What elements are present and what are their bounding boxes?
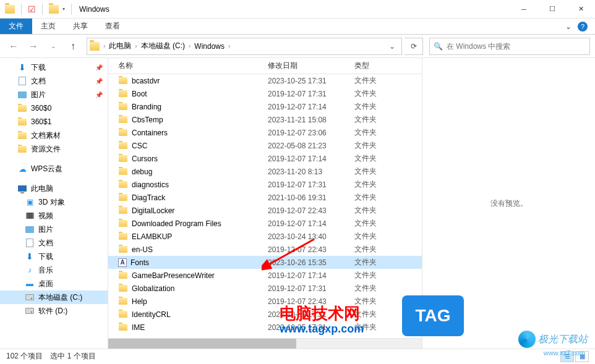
icons-view-button[interactable]: ▦	[575, 351, 589, 362]
file-date: 2019-12-07 22:43	[268, 206, 354, 215]
crumb-windows[interactable]: Windows	[192, 42, 227, 51]
nav-pc-item[interactable]: ▣3D 对象	[0, 195, 108, 209]
file-date: 2019-12-07 22:43	[268, 245, 354, 254]
nav-pc-item[interactable]: ▬桌面	[0, 277, 108, 290]
nav-label: 3D 对象	[38, 197, 65, 208]
forward-button[interactable]: →	[25, 38, 42, 55]
nav-quick-item[interactable]: 资源文件	[0, 142, 108, 156]
file-row[interactable]: Boot2019-12-07 17:31文件夹	[108, 87, 422, 100]
drive-icon	[25, 306, 35, 316]
crumb-sep-icon[interactable]: ›	[134, 43, 138, 49]
file-row[interactable]: CbsTemp2023-11-21 15:08文件夹	[108, 113, 422, 126]
desktop-icon: ▬	[25, 279, 35, 289]
crumb-sep-icon[interactable]: ›	[102, 43, 106, 49]
nav-pc-item[interactable]: 软件 (D:)	[0, 304, 108, 318]
nav-label: 此电脑	[31, 184, 53, 194]
nav-pc-item[interactable]: ♪音乐	[0, 263, 108, 277]
nav-pc-item[interactable]: 文档	[0, 236, 108, 250]
file-name: Help	[132, 297, 147, 306]
col-header-date[interactable]: 修改日期	[268, 61, 354, 71]
file-row[interactable]: Containers2019-12-07 23:06文件夹	[108, 126, 422, 139]
file-row[interactable]: Help2019-12-07 22:43文件夹	[108, 295, 422, 308]
file-type: 文件夹	[354, 283, 404, 294]
file-name: Boot	[132, 90, 147, 98]
back-button[interactable]: ←	[5, 38, 22, 55]
refresh-button[interactable]: ⟳	[405, 38, 423, 55]
navigation-pane[interactable]: ⬇下载📌文档📌图片📌360$0360$1文档素材资源文件 ☁ WPS云盘 此电脑…	[0, 58, 108, 349]
folder-icon	[17, 103, 27, 113]
app-folder-icon	[5, 5, 15, 14]
crumb-sep-icon[interactable]: ›	[227, 43, 231, 49]
nav-quick-item[interactable]: 图片📌	[0, 88, 108, 101]
ribbon-tab-file[interactable]: 文件	[0, 19, 32, 34]
qa-properties-icon[interactable]: ☑	[28, 4, 36, 14]
file-type: 文件夹	[354, 75, 404, 86]
nav-quick-item[interactable]: 文档📌	[0, 74, 108, 88]
ribbon-tab-home[interactable]: 主页	[32, 19, 64, 34]
nav-wps-cloud[interactable]: ☁ WPS云盘	[0, 162, 108, 176]
file-row[interactable]: AFonts2023-10-26 15:35文件夹	[108, 256, 422, 269]
horizontal-scrollbar[interactable]	[108, 338, 422, 349]
expand-ribbon-icon[interactable]: ⌄	[565, 22, 571, 31]
crumb-drive[interactable]: 本地磁盘 (C:)	[139, 41, 187, 51]
nav-quick-item[interactable]: 360$0	[0, 101, 108, 115]
search-input[interactable]	[447, 42, 586, 51]
file-row[interactable]: diagnostics2019-12-07 17:31文件夹	[108, 178, 422, 191]
pin-icon: 📌	[95, 64, 103, 71]
maximize-button[interactable]: ☐	[538, 0, 567, 19]
nav-pc-item[interactable]: 本地磁盘 (C:)	[0, 290, 108, 304]
pin-icon: 📌	[95, 91, 103, 98]
close-button[interactable]: ✕	[567, 0, 595, 19]
ribbon-tab-share[interactable]: 共享	[64, 19, 96, 34]
col-header-type[interactable]: 类型	[354, 61, 404, 71]
file-list: 名称 修改日期 类型 bcastdvr2023-10-25 17:31文件夹Bo…	[108, 58, 422, 349]
file-row[interactable]: GameBarPresenceWriter2019-12-07 17:14文件夹	[108, 269, 422, 282]
file-row[interactable]: DigitalLocker2019-12-07 22:43文件夹	[108, 204, 422, 217]
file-type: 文件夹	[354, 114, 404, 125]
pc-icon	[17, 184, 27, 193]
folder-icon	[118, 206, 128, 216]
up-button[interactable]: ↑	[64, 38, 82, 55]
nav-pc-item[interactable]: 图片	[0, 222, 108, 236]
picture-icon	[17, 90, 27, 99]
crumb-pc[interactable]: 此电脑	[106, 41, 134, 51]
file-row[interactable]: CSC2022-05-08 21:23文件夹	[108, 139, 422, 152]
recent-dropdown-icon[interactable]: ⌄	[45, 38, 62, 55]
file-row[interactable]: IdentityCRL2023-10-25 17:31文件夹	[108, 308, 422, 321]
nav-pc-item[interactable]: ⬇下载	[0, 250, 108, 263]
nav-this-pc[interactable]: 此电脑	[0, 182, 108, 195]
crumb-sep-icon[interactable]: ›	[187, 43, 192, 49]
file-row[interactable]: DiagTrack2021-10-06 19:31文件夹	[108, 191, 422, 204]
nav-quick-item[interactable]: ⬇下载📌	[0, 61, 108, 74]
file-date: 2021-10-06 19:31	[268, 193, 354, 202]
nav-quick-item[interactable]: 360$1	[0, 115, 108, 129]
folder-icon	[118, 115, 128, 125]
file-row[interactable]: Branding2019-12-07 17:14文件夹	[108, 100, 422, 113]
search-box[interactable]: 🔍	[429, 38, 590, 55]
nav-pc-item[interactable]: 视频	[0, 209, 108, 222]
help-icon[interactable]: ?	[578, 22, 588, 32]
file-row[interactable]: bcastdvr2023-10-25 17:31文件夹	[108, 74, 422, 87]
details-view-button[interactable]: ☰	[560, 351, 574, 362]
file-row[interactable]: Downloaded Program Files2019-12-07 17:14…	[108, 217, 422, 230]
file-row[interactable]: Globalization2019-12-07 17:31文件夹	[108, 282, 422, 295]
address-dropdown-icon[interactable]: ⌄	[385, 42, 399, 51]
nav-quick-item[interactable]: 文档素材	[0, 129, 108, 142]
file-row[interactable]: en-US2019-12-07 22:43文件夹	[108, 243, 422, 256]
music-icon: ♪	[25, 265, 35, 275]
minimize-button[interactable]: ─	[510, 0, 538, 19]
file-type: 文件夹	[354, 166, 404, 177]
qa-newfolder-icon[interactable]	[49, 5, 59, 14]
file-row[interactable]: ELAMBKUP2023-10-24 13:40文件夹	[108, 230, 422, 243]
file-date: 2022-05-08 21:23	[268, 142, 354, 150]
ribbon-tab-view[interactable]: 查看	[96, 19, 129, 34]
file-date: 2023-10-25 17:31	[268, 323, 354, 332]
col-header-name[interactable]: 名称	[108, 61, 268, 71]
file-row[interactable]: IME2023-10-25 17:31文件夹	[108, 321, 422, 334]
address-folder-icon	[90, 42, 100, 51]
file-row[interactable]: debug2023-11-20 8:13文件夹	[108, 165, 422, 178]
file-row[interactable]: Cursors2019-12-07 17:14文件夹	[108, 152, 422, 165]
file-rows[interactable]: bcastdvr2023-10-25 17:31文件夹Boot2019-12-0…	[108, 74, 422, 338]
address-bar[interactable]: › 此电脑 › 本地磁盘 (C:) › Windows › ⌄	[87, 38, 402, 55]
qa-customize-icon[interactable]: ▾	[62, 6, 65, 12]
